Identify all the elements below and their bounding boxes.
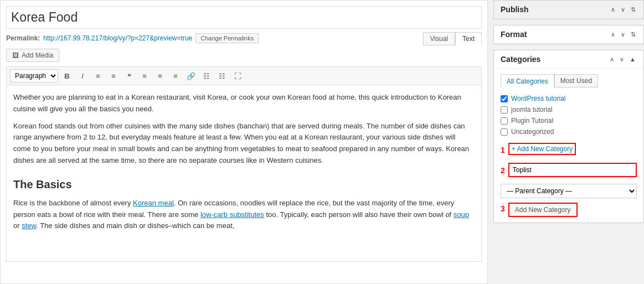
sidebar: Publish ∧ ∨ ⇅ Format ∧ ∨ ⇅ C	[488, 0, 644, 284]
ordered-list-button[interactable]: ≡	[107, 69, 120, 82]
step-1-label: 1	[501, 146, 505, 154]
category-label-wordpress[interactable]: WordPress tutorial	[511, 95, 565, 102]
add-new-category-link[interactable]: + Add New Category	[508, 143, 576, 155]
remove-table-button[interactable]: ☷	[215, 69, 229, 82]
align-center-button[interactable]: ≡	[153, 69, 167, 82]
category-checkbox-wordpress[interactable]	[501, 95, 508, 102]
format-controls: ∧ ∨ ⇅	[610, 31, 637, 38]
parent-category-select[interactable]: — Parent Category —	[501, 184, 637, 198]
add-media-button[interactable]: 🖼 Add Media	[6, 49, 59, 62]
publish-collapse-down-btn[interactable]: ∨	[620, 6, 626, 13]
category-label-uncategorized[interactable]: Uncategorized	[511, 128, 554, 136]
paragraph-select[interactable]: Paragraph	[10, 69, 58, 82]
publish-metabox-header[interactable]: Publish ∧ ∨ ⇅	[494, 1, 643, 19]
bold-button[interactable]: B	[60, 69, 74, 82]
publish-controls: ∧ ∨ ⇅	[610, 6, 637, 13]
permalink-url[interactable]: http://167.99.78.217/blog/vy/?p=227&prev…	[43, 34, 192, 42]
change-permalinks-button[interactable]: Change Permalinks	[195, 33, 259, 43]
categories-metabox-title: Categories	[501, 55, 540, 64]
categories-metabox-header[interactable]: Categories ∧ ∨ ▲	[494, 50, 643, 69]
publish-drag-btn[interactable]: ⇅	[630, 6, 637, 13]
step-2-label: 2	[501, 166, 505, 175]
format-metabox-header[interactable]: Format ∧ ∨ ⇅	[494, 25, 643, 44]
tab-all-categories[interactable]: All Categories	[501, 74, 554, 87]
link-button[interactable]: 🔗	[184, 69, 198, 82]
publish-collapse-up-btn[interactable]: ∧	[610, 6, 616, 13]
list-item: Uncategorized	[501, 126, 637, 137]
category-label-plugin[interactable]: Plugin Tutorial	[511, 117, 553, 125]
editor-content[interactable]: Whether you are planning to eat in a Kor…	[6, 85, 482, 262]
soup-link[interactable]: soup	[454, 210, 469, 219]
categories-drag-btn[interactable]: ▲	[628, 56, 637, 63]
format-metabox: Format ∧ ∨ ⇅	[493, 25, 644, 44]
categories-controls: ∧ ∨ ▲	[609, 56, 637, 63]
categories-metabox: Categories ∧ ∨ ▲ All Categories Most Use…	[493, 50, 644, 223]
tab-visual[interactable]: Visual	[423, 32, 455, 45]
italic-button[interactable]: I	[76, 69, 89, 82]
content-paragraph-3: Rice is the backbone of almost every Kor…	[13, 198, 475, 232]
publish-metabox-title: Publish	[501, 5, 529, 14]
categories-collapse-up-btn[interactable]: ∧	[609, 56, 615, 63]
category-label-joomla[interactable]: joomla tutorial	[511, 106, 553, 113]
categories-metabox-body: All Categories Most Used WordPress tutor…	[494, 69, 643, 223]
category-checkbox-plugin[interactable]	[501, 117, 508, 125]
low-carb-link[interactable]: low-carb substitutes	[200, 210, 264, 219]
add-new-category-button[interactable]: Add New Category	[508, 203, 578, 217]
format-drag-btn[interactable]: ⇅	[630, 31, 637, 38]
tab-text[interactable]: Text	[455, 32, 482, 45]
new-category-input[interactable]	[508, 163, 637, 177]
content-paragraph-1: Whether you are planning to eat in a Kor…	[13, 92, 475, 115]
publish-metabox: Publish ∧ ∨ ⇅	[493, 0, 644, 19]
tab-most-used[interactable]: Most Used	[554, 74, 598, 87]
category-list: WordPress tutorial joomla tutorial Plugi…	[501, 93, 637, 137]
content-paragraph-2: Korean food stands out from other cuisin…	[13, 121, 475, 167]
step-3-label: 3	[501, 204, 505, 213]
blockquote-button[interactable]: ❝	[122, 69, 136, 82]
editor-toolbar: Paragraph B I ≡ ≡ ❝ ≡ ≡ ≡ 🔗 ☷ ☷ ⛶	[6, 66, 482, 85]
category-checkbox-joomla[interactable]	[501, 106, 508, 113]
post-title-input[interactable]: Korea Food	[6, 6, 482, 29]
fullscreen-button[interactable]: ⛶	[231, 69, 244, 82]
align-right-button[interactable]: ≡	[169, 69, 182, 82]
stew-link[interactable]: stew	[22, 221, 36, 230]
list-item: WordPress tutorial	[501, 93, 637, 104]
korean-meal-link[interactable]: Korean meal	[133, 199, 174, 207]
align-left-button[interactable]: ≡	[138, 69, 151, 82]
insert-table-button[interactable]: ☷	[200, 69, 213, 82]
category-checkbox-uncategorized[interactable]	[501, 128, 508, 136]
list-item: joomla tutorial	[501, 104, 637, 115]
unordered-list-button[interactable]: ≡	[91, 69, 105, 82]
format-collapse-down-btn[interactable]: ∨	[620, 31, 626, 38]
format-metabox-title: Format	[501, 30, 527, 39]
permalink-label: Permalink:	[6, 34, 40, 42]
add-media-icon: 🖼	[12, 51, 19, 59]
categories-collapse-down-btn[interactable]: ∨	[619, 56, 625, 63]
list-item: Plugin Tutorial	[501, 115, 637, 126]
content-heading-1: The Basics	[13, 175, 475, 193]
categories-tabs: All Categories Most Used	[501, 74, 637, 87]
format-collapse-up-btn[interactable]: ∧	[610, 31, 616, 38]
